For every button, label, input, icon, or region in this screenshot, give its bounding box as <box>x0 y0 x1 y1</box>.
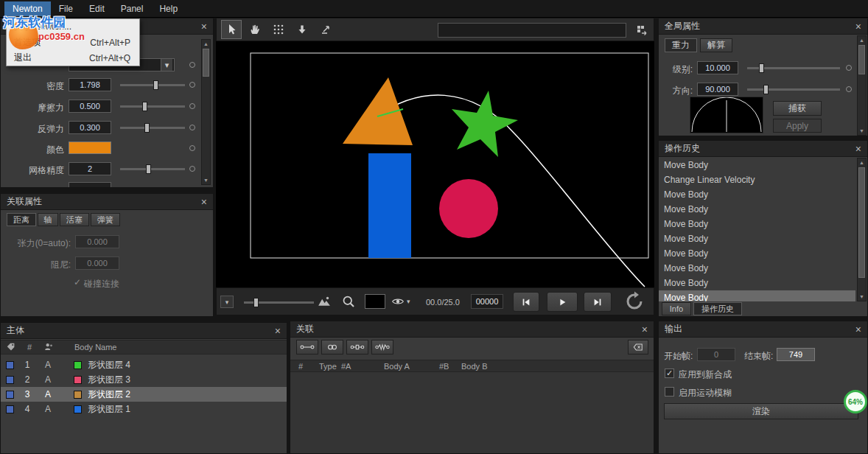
send-to-ae-button[interactable] <box>632 21 651 39</box>
gravity-tab-button[interactable]: 重力 <box>665 38 697 52</box>
density-value[interactable]: 1.798 <box>69 78 111 91</box>
body-color-chip[interactable] <box>74 361 82 369</box>
step-forward-button[interactable] <box>584 292 612 312</box>
number-column-header[interactable]: # <box>27 340 32 354</box>
color-swatch[interactable] <box>69 142 111 154</box>
gravity-direction-slider-thumb[interactable] <box>763 85 769 94</box>
gravity-direction-value[interactable]: 90.000 <box>697 83 738 96</box>
joints-col-num[interactable]: # <box>298 360 303 371</box>
mesh-precision-slider[interactable] <box>120 168 185 170</box>
body-row[interactable]: 4 A 形状图层 1 <box>1 402 287 416</box>
scroll-down-icon[interactable]: ▼ <box>858 127 866 135</box>
history-item[interactable]: Move Body <box>659 231 855 246</box>
pan-tool-button[interactable] <box>245 20 265 39</box>
menu-item-quit[interactable]: 退出 Ctrl+Alt+Q <box>7 50 139 66</box>
body-row-selected[interactable]: 3 A 形状图层 2 <box>1 387 287 402</box>
close-icon[interactable]: × <box>855 21 861 32</box>
render-button[interactable]: 渲染 <box>664 403 858 419</box>
simulation-viewport[interactable] <box>216 41 654 287</box>
close-icon[interactable]: × <box>201 197 207 207</box>
tab-history[interactable]: 操作历史 <box>693 302 742 315</box>
close-icon[interactable]: × <box>855 324 861 335</box>
keyframe-toggle-icon[interactable] <box>189 62 195 68</box>
gravity-level-value[interactable]: 10.000 <box>697 61 738 74</box>
clipped-property-slider[interactable] <box>120 187 185 188</box>
gravity-tool-button[interactable] <box>292 20 312 39</box>
damping-value[interactable]: 0.000 <box>75 256 119 270</box>
joints-col-numa[interactable]: #A <box>341 360 351 371</box>
scroll-down-icon[interactable]: ▼ <box>858 293 866 301</box>
friction-slider-thumb[interactable] <box>142 102 147 111</box>
scroll-up-icon[interactable]: ▲ <box>858 158 866 167</box>
go-to-start-button[interactable] <box>513 292 539 312</box>
scrollbar-thumb[interactable] <box>203 49 209 77</box>
scroll-down-icon[interactable]: ▼ <box>202 176 210 184</box>
add-distance-joint-button[interactable] <box>296 340 318 355</box>
friction-value[interactable]: 0.500 <box>69 99 111 113</box>
new-comp-checkbox[interactable]: ✓ <box>665 369 674 378</box>
bounce-slider[interactable] <box>120 127 185 129</box>
menu-item-about[interactable]: 关于 Newton... <box>7 19 139 35</box>
add-spring-joint-button[interactable] <box>371 340 393 355</box>
close-icon[interactable]: × <box>642 324 648 335</box>
collide-checkbox[interactable]: ✓ <box>74 277 81 287</box>
end-frame-value[interactable]: 749 <box>777 348 815 361</box>
capture-button[interactable]: 捕获 <box>773 101 822 116</box>
tab-info[interactable]: Info <box>662 302 691 315</box>
close-icon[interactable]: × <box>275 326 281 336</box>
tab-distance[interactable]: 距离 <box>7 213 36 226</box>
mesh-precision-value[interactable]: 2 <box>69 162 111 175</box>
close-icon[interactable]: × <box>855 144 861 154</box>
reset-simulation-button[interactable] <box>623 290 645 312</box>
triangle-body[interactable] <box>343 77 413 145</box>
tab-spring[interactable]: 弹簧 <box>91 213 120 226</box>
body-name-column-header[interactable]: Body Name <box>74 340 116 354</box>
star-body[interactable] <box>452 91 518 157</box>
scroll-up-icon[interactable]: ▲ <box>858 36 866 44</box>
joints-col-type[interactable]: Type <box>319 360 337 371</box>
density-slider-thumb[interactable] <box>153 80 158 90</box>
friction-slider[interactable] <box>120 105 185 108</box>
comp-name-input[interactable] <box>438 23 626 38</box>
tab-pivot[interactable]: 轴 <box>38 213 58 226</box>
circle-body[interactable] <box>439 179 498 238</box>
select-tool-button[interactable] <box>221 20 242 39</box>
start-frame-value[interactable]: 0 <box>697 348 735 361</box>
history-item[interactable]: Move Body <box>659 246 855 261</box>
keyframe-toggle-icon[interactable] <box>846 86 852 92</box>
keyframe-toggle-icon[interactable] <box>189 125 195 130</box>
keyframe-toggle-icon[interactable] <box>189 103 195 109</box>
history-item[interactable]: Move Body <box>659 187 855 202</box>
background-color-swatch[interactable] <box>365 294 385 309</box>
motion-blur-checkbox[interactable] <box>665 387 674 397</box>
add-piston-joint-button[interactable] <box>346 340 368 355</box>
history-item[interactable]: Move Body <box>659 276 855 290</box>
history-item[interactable]: Change Linear Velocity <box>659 172 855 187</box>
history-item-selected[interactable]: Move Body <box>659 290 855 301</box>
add-pivot-joint-button[interactable] <box>321 340 343 355</box>
display-mode-button[interactable]: ▾ <box>391 294 419 309</box>
body-row[interactable]: 2 A 形状图层 3 <box>1 372 287 387</box>
menu-edit[interactable]: Edit <box>81 1 113 16</box>
view-options-button[interactable]: ▾ <box>220 296 234 308</box>
bounce-value[interactable]: 0.300 <box>69 121 111 134</box>
clipped-property-value[interactable] <box>69 182 111 188</box>
tension-value[interactable]: 0.000 <box>75 235 119 248</box>
launch-tool-button[interactable] <box>315 20 336 39</box>
keyframe-toggle-icon[interactable] <box>189 166 195 172</box>
joints-empty-list[interactable] <box>290 372 654 453</box>
delete-joint-button[interactable] <box>628 340 648 355</box>
zoom-slider[interactable] <box>244 301 314 304</box>
close-icon[interactable]: × <box>201 21 207 32</box>
history-item[interactable]: Move Body <box>659 158 855 172</box>
history-item[interactable]: Move Body <box>659 261 855 276</box>
gravity-direction-slider[interactable] <box>747 88 840 91</box>
scrollbar-thumb[interactable] <box>858 167 865 278</box>
body-row[interactable]: 1 A 形状图层 4 <box>1 357 287 372</box>
body-properties-scrollbar[interactable]: ▲ ▼ <box>201 39 211 185</box>
menu-file[interactable]: File <box>51 1 81 16</box>
gravity-level-slider[interactable] <box>747 67 840 69</box>
history-item[interactable]: Move Body <box>659 217 855 231</box>
snapshot-button[interactable] <box>317 295 332 308</box>
menu-item-preferences[interactable]: 首选项 Ctrl+Alt+P <box>7 35 139 50</box>
